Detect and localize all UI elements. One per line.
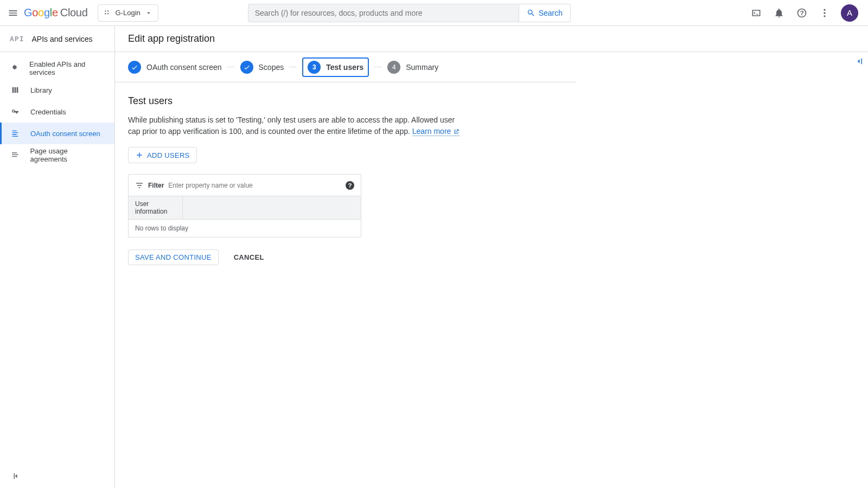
step-label: Scopes (259, 63, 284, 72)
sidebar-item-library[interactable]: Library (0, 79, 114, 101)
page-title: Edit app registration (115, 26, 868, 52)
check-badge-icon (128, 61, 141, 74)
column-header-user-info[interactable]: User information (129, 196, 183, 219)
svg-point-1 (107, 10, 108, 11)
step-label: Test users (326, 63, 363, 72)
step-connector (289, 67, 297, 67)
sidebar-item-oauth-consent[interactable]: OAuth consent screen (0, 123, 114, 144)
hamburger-icon (8, 8, 18, 18)
search-icon (527, 9, 535, 17)
library-icon (10, 85, 21, 95)
table-empty-message: No rows to display (129, 220, 361, 237)
search-group: Search (248, 4, 571, 22)
sidebar: API APIs and services Enabled APIs and s… (0, 26, 115, 488)
sidebar-item-label: Credentials (30, 108, 66, 116)
right-panel-toggle[interactable] (854, 56, 864, 66)
cancel-button[interactable]: CANCEL (227, 250, 271, 265)
svg-point-4 (824, 9, 825, 10)
search-button[interactable]: Search (519, 4, 571, 22)
add-users-label: ADD USERS (147, 151, 190, 159)
step-test-users[interactable]: 3 Test users (302, 57, 369, 77)
notifications-button[interactable] (773, 7, 786, 20)
stepper: OAuth consent screen Scopes 3 Test users… (115, 52, 576, 82)
svg-point-5 (824, 12, 825, 14)
description-text: While publishing status is set to 'Testi… (128, 115, 455, 136)
step-number-badge: 4 (387, 61, 400, 74)
cloud-word: Cloud (60, 7, 88, 19)
filter-input[interactable] (168, 182, 341, 189)
check-badge-icon (240, 61, 253, 74)
key-icon (10, 106, 21, 117)
help-icon (796, 8, 807, 18)
cancel-label: CANCEL (234, 253, 264, 261)
svg-point-2 (105, 13, 106, 14)
save-and-continue-button[interactable]: SAVE AND CONTINUE (128, 249, 219, 265)
sidebar-item-label: Page usage agreements (30, 147, 105, 163)
add-users-button[interactable]: ADD USERS (128, 147, 197, 163)
plus-icon (135, 151, 144, 159)
step-number-badge: 3 (308, 61, 321, 74)
terminal-icon (751, 8, 762, 18)
google-cloud-logo[interactable]: Google Cloud (24, 7, 88, 19)
external-link-icon (453, 129, 459, 135)
step-summary[interactable]: 4 Summary (387, 61, 438, 74)
step-scopes[interactable]: Scopes (240, 61, 284, 74)
chevron-down-icon (145, 9, 152, 17)
chevron-left-icon (11, 471, 21, 481)
consent-icon (10, 128, 21, 139)
project-icon (104, 9, 111, 17)
step-label: Summary (406, 63, 438, 72)
test-users-table: Filter ? User information No rows to dis… (128, 174, 361, 237)
step-oauth-consent[interactable]: OAuth consent screen (128, 61, 222, 74)
svg-point-6 (824, 15, 825, 17)
section-heading: Test users (128, 95, 460, 107)
svg-point-0 (105, 10, 106, 11)
sidebar-item-page-usage-agreements[interactable]: Page usage agreements (0, 144, 114, 166)
api-badge-icon: API (10, 35, 24, 43)
learn-more-label: Learn more (412, 127, 451, 136)
project-picker[interactable]: G-Login (98, 4, 158, 22)
section-description: While publishing status is set to 'Testi… (128, 114, 460, 137)
menu-button[interactable] (7, 7, 20, 20)
filter-label: Filter (148, 182, 164, 189)
column-header-empty (183, 196, 361, 219)
avatar-letter: A (847, 8, 852, 17)
sidebar-item-label: OAuth consent screen (30, 130, 100, 138)
svg-point-3 (107, 13, 108, 14)
search-input[interactable] (248, 4, 519, 22)
agreements-icon (10, 150, 20, 160)
more-vert-icon (819, 8, 830, 18)
sidebar-item-label: Enabled APIs and services (29, 60, 105, 76)
bell-icon (774, 8, 784, 18)
sidebar-item-enabled-apis[interactable]: Enabled APIs and services (0, 57, 114, 79)
help-button[interactable] (795, 7, 808, 20)
page-title-label: Edit app registration (128, 33, 215, 44)
filter-help-button[interactable]: ? (346, 181, 354, 190)
search-button-label: Search (539, 9, 563, 17)
step-connector (227, 67, 235, 67)
save-label: SAVE AND CONTINUE (135, 253, 212, 261)
sidebar-item-credentials[interactable]: Credentials (0, 101, 114, 123)
more-button[interactable] (818, 7, 831, 20)
project-name: G-Login (116, 9, 141, 17)
chevron-left-bar-icon (854, 56, 864, 66)
step-connector (374, 67, 382, 67)
enabled-apis-icon (10, 63, 20, 74)
sidebar-collapse-button[interactable] (10, 470, 23, 483)
sidebar-title-label: APIs and services (31, 35, 92, 43)
learn-more-link[interactable]: Learn more (412, 127, 459, 136)
sidebar-title[interactable]: API APIs and services (0, 26, 114, 52)
step-label: OAuth consent screen (146, 63, 222, 72)
cloud-shell-button[interactable] (750, 7, 763, 20)
sidebar-item-label: Library (30, 86, 52, 94)
avatar[interactable]: A (841, 4, 858, 22)
filter-icon (135, 181, 144, 190)
